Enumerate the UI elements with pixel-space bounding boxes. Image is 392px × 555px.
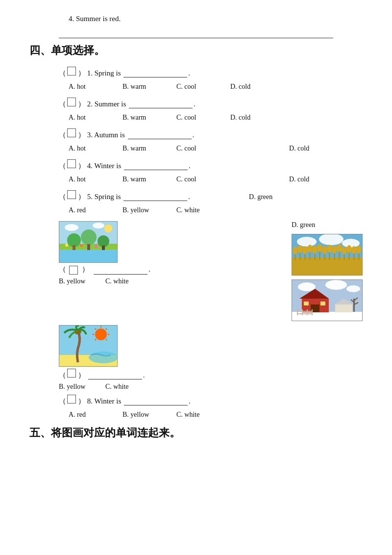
q2-opt-a: A. hot — [69, 114, 122, 122]
q3-opt-d: D. cold — [289, 145, 338, 152]
q7-opt-c: C. white — [105, 383, 152, 391]
section5-header: 五、将图画对应的单词连起来。 — [29, 426, 363, 440]
paren-close-1: ） — [78, 69, 85, 78]
svg-rect-8 — [102, 246, 105, 250]
answer-box-8[interactable] — [67, 395, 76, 404]
question-1-block: （ ） 1. Spring is . — [59, 67, 363, 78]
svg-point-10 — [80, 244, 83, 247]
answer-box-6[interactable] — [69, 266, 78, 275]
svg-line-78 — [95, 328, 96, 329]
q7-options: B. yellow C. white — [59, 383, 152, 391]
q2-opt-c: C. cool — [176, 114, 230, 122]
svg-point-16 — [297, 237, 317, 247]
answer-box-3[interactable] — [67, 128, 76, 137]
q4-text: 4. Winter is . — [85, 162, 191, 170]
svg-point-37 — [332, 246, 337, 253]
svg-point-27 — [308, 245, 313, 252]
svg-rect-63 — [312, 309, 313, 315]
q3-text: 3. Autumn is . — [85, 131, 194, 139]
q2-opt-b: B. warm — [122, 114, 176, 122]
paren-open-2: （ — [59, 100, 66, 109]
q4-opt-c: C. cool — [176, 176, 230, 183]
svg-point-14 — [104, 225, 112, 232]
svg-point-50 — [325, 280, 347, 290]
svg-point-29 — [313, 246, 318, 253]
q3-opt-a: A. hot — [69, 145, 122, 152]
svg-rect-19 — [292, 258, 362, 275]
paren-close-4: ） — [78, 161, 85, 171]
q4-opt-a: A. hot — [69, 176, 122, 183]
answer-box-7[interactable] — [67, 369, 76, 378]
q1-opt-c: C. cool — [176, 83, 230, 91]
svg-rect-58 — [335, 304, 352, 312]
svg-point-31 — [318, 244, 322, 252]
question-1-row: （ ） 1. Spring is . — [59, 67, 363, 78]
svg-rect-56 — [304, 302, 309, 305]
q1-opt-a: A. hot — [69, 83, 122, 91]
q4-blank — [124, 170, 188, 170]
svg-rect-4 — [73, 245, 75, 250]
svg-point-72 — [89, 352, 117, 363]
answer-box-4[interactable] — [67, 159, 76, 168]
svg-point-9 — [65, 244, 68, 247]
question-8-row: （ ） 8. Winter is . — [59, 395, 363, 406]
svg-rect-57 — [320, 302, 325, 305]
svg-rect-60 — [297, 309, 298, 315]
q5-opt-c: C. white — [176, 206, 230, 214]
answer-box-2[interactable] — [67, 98, 76, 106]
answer-box-5[interactable] — [67, 190, 76, 199]
q2-text: 2. Summer is . — [85, 100, 196, 108]
q3-blank — [128, 139, 192, 139]
q1-opt-d: D. cold — [230, 83, 284, 91]
q6-options: B. yellow C. white — [59, 278, 152, 285]
q6-7-row: （ ） . B. yellow C. white D. green — [59, 221, 363, 321]
q1-opt-b: B. warm — [122, 83, 176, 91]
answer-box-1[interactable] — [67, 67, 76, 76]
q4-opt-b: B. warm — [122, 176, 176, 183]
q5-opt-b: B. yellow — [122, 206, 176, 214]
svg-point-13 — [93, 223, 104, 228]
top-item-4: 4. Summer is red. — [69, 15, 363, 23]
q5-opt-a: A. red — [69, 206, 122, 214]
question-4-block: （ ） 4. Winter is . — [59, 159, 363, 171]
svg-rect-62 — [307, 309, 308, 315]
question-3-row: （ ） 3. Autumn is . — [59, 128, 363, 140]
q8-options: A. red B. yellow C. white — [69, 411, 363, 419]
q7-q-row: （ ） . — [59, 369, 145, 380]
svg-line-75 — [106, 328, 107, 329]
q6-blank — [94, 274, 147, 275]
q2-options: A. hot B. warm C. cool D. cold — [69, 114, 363, 122]
q7-opt-b: B. yellow — [59, 383, 105, 391]
q7-blank — [88, 379, 142, 379]
q8-text: 8. Winter is . — [85, 397, 191, 405]
svg-point-25 — [303, 246, 308, 254]
question-3-block: （ ） 3. Autumn is . — [59, 128, 363, 140]
q4-opt-d: D. cold — [289, 176, 338, 183]
question-2-block: （ ） 2. Summer is . — [59, 98, 363, 109]
svg-point-23 — [298, 245, 303, 253]
svg-point-35 — [327, 245, 332, 252]
svg-point-5 — [81, 229, 97, 245]
right-images: D. green — [292, 221, 363, 321]
svg-point-81 — [75, 330, 79, 334]
question-2-row: （ ） 2. Summer is . — [59, 98, 363, 109]
svg-point-73 — [95, 328, 107, 340]
question-5-row: （ ） 5. Spring is . D. green — [59, 190, 363, 202]
paren-open-3: （ — [59, 130, 66, 140]
question-8-block: （ ） 8. Winter is . — [59, 395, 363, 406]
q1-text: 1. Spring is . — [85, 69, 190, 77]
q5-blank — [123, 201, 187, 201]
q8-opt-a: A. red — [69, 411, 122, 419]
svg-rect-64 — [297, 311, 313, 312]
svg-point-33 — [322, 246, 327, 254]
svg-point-39 — [337, 244, 342, 252]
svg-rect-65 — [297, 313, 313, 314]
q6-opt-d: D. green — [292, 221, 315, 229]
q-wheat-image — [292, 234, 363, 276]
svg-point-11 — [95, 245, 98, 248]
paren-close-3: ） — [78, 130, 85, 140]
q6-opt-c: C. white — [105, 278, 152, 285]
svg-point-82 — [78, 330, 81, 333]
svg-rect-6 — [87, 244, 90, 250]
q4-options: A. hot B. warm C. cool D. cold — [69, 176, 363, 183]
